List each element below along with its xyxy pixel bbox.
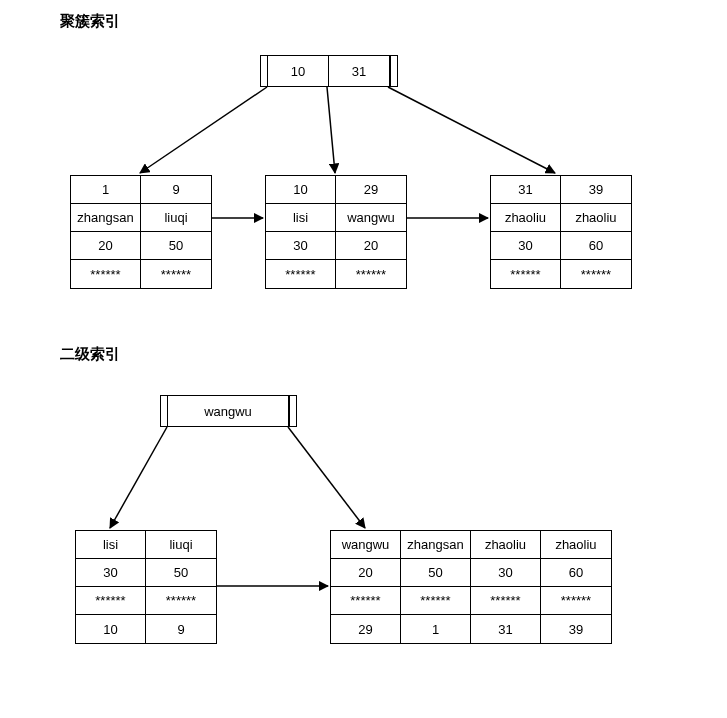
cell: zhangsan bbox=[401, 531, 471, 559]
cell: ****** bbox=[336, 260, 406, 288]
cell: lisi bbox=[266, 204, 336, 232]
secondary-leaf-2: wangwu zhangsan zhaoliu zhaoliu 20 50 30… bbox=[330, 530, 612, 644]
root-slot bbox=[289, 396, 296, 426]
root-slot bbox=[261, 56, 268, 86]
cell: liuqi bbox=[141, 204, 211, 232]
cell: ****** bbox=[401, 587, 471, 615]
clustered-leaf-3: 31 39 zhaoliu zhaoliu 30 60 ****** *****… bbox=[490, 175, 632, 289]
cell: liuqi bbox=[146, 531, 216, 559]
cell: zhaoliu bbox=[541, 531, 611, 559]
cell: 31 bbox=[491, 176, 561, 204]
clustered-root-node: 10 31 bbox=[260, 55, 398, 87]
cell: 30 bbox=[76, 559, 146, 587]
cell: ****** bbox=[331, 587, 401, 615]
cell: 50 bbox=[141, 232, 211, 260]
cell: ****** bbox=[76, 587, 146, 615]
arrow-icon bbox=[388, 87, 555, 173]
cell: 30 bbox=[266, 232, 336, 260]
cell: 20 bbox=[71, 232, 141, 260]
arrow-icon bbox=[288, 427, 365, 528]
arrow-icon bbox=[140, 87, 267, 173]
cell: zhaoliu bbox=[471, 531, 541, 559]
cell: ****** bbox=[141, 260, 211, 288]
cell: ****** bbox=[71, 260, 141, 288]
secondary-root-node: wangwu bbox=[160, 395, 297, 427]
cell: 20 bbox=[331, 559, 401, 587]
clustered-leaf-2: 10 29 lisi wangwu 30 20 ****** ****** bbox=[265, 175, 407, 289]
cell: 9 bbox=[141, 176, 211, 204]
cell: ****** bbox=[471, 587, 541, 615]
cell: 30 bbox=[491, 232, 561, 260]
cell: 39 bbox=[541, 615, 611, 643]
arrow-icon bbox=[327, 87, 335, 173]
cell: 9 bbox=[146, 615, 216, 643]
cell: 29 bbox=[331, 615, 401, 643]
cell: 20 bbox=[336, 232, 406, 260]
cell: 50 bbox=[146, 559, 216, 587]
cell: 31 bbox=[471, 615, 541, 643]
cell: 60 bbox=[541, 559, 611, 587]
cell: 30 bbox=[471, 559, 541, 587]
root-slot bbox=[390, 56, 397, 86]
clustered-leaf-1: 1 9 zhangsan liuqi 20 50 ****** ****** bbox=[70, 175, 212, 289]
cell: wangwu bbox=[336, 204, 406, 232]
cell: 1 bbox=[401, 615, 471, 643]
root-key: 31 bbox=[329, 56, 390, 86]
cell: ****** bbox=[491, 260, 561, 288]
cell: 39 bbox=[561, 176, 631, 204]
cell: zhangsan bbox=[71, 204, 141, 232]
cell: wangwu bbox=[331, 531, 401, 559]
cell: 29 bbox=[336, 176, 406, 204]
cell: 1 bbox=[71, 176, 141, 204]
secondary-leaf-1: lisi liuqi 30 50 ****** ****** 10 9 bbox=[75, 530, 217, 644]
root-key: 10 bbox=[268, 56, 329, 86]
cell: ****** bbox=[266, 260, 336, 288]
section-title-secondary: 二级索引 bbox=[60, 345, 120, 364]
root-slot bbox=[161, 396, 168, 426]
cell: zhaoliu bbox=[561, 204, 631, 232]
cell: zhaoliu bbox=[491, 204, 561, 232]
root-key: wangwu bbox=[168, 396, 289, 426]
cell: lisi bbox=[76, 531, 146, 559]
cell: 60 bbox=[561, 232, 631, 260]
cell: ****** bbox=[561, 260, 631, 288]
section-title-clustered: 聚簇索引 bbox=[60, 12, 120, 31]
cell: 10 bbox=[266, 176, 336, 204]
cell: 10 bbox=[76, 615, 146, 643]
arrow-icon bbox=[110, 427, 167, 528]
cell: ****** bbox=[541, 587, 611, 615]
cell: 50 bbox=[401, 559, 471, 587]
cell: ****** bbox=[146, 587, 216, 615]
